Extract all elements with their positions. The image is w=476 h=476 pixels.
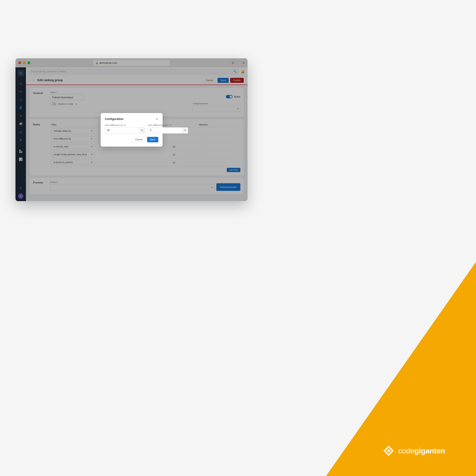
- modal-save-button[interactable]: Save: [147, 137, 158, 142]
- price-up-input-row: %: [105, 127, 145, 134]
- price-up-unit: %: [139, 127, 145, 134]
- price-up-input[interactable]: [105, 127, 139, 134]
- main-content: Find products, customers, orders... 🔍 🔔 …: [26, 67, 248, 201]
- configuration-modal: Configuration ✕ Price difference up * ℹ …: [101, 113, 163, 147]
- branding: codegiganten: [382, 444, 445, 457]
- brand-name: codegiganten: [398, 446, 445, 455]
- price-down-input-row: %: [148, 127, 188, 134]
- modal-overlay: Configuration ✕ Price difference up * ℹ …: [26, 67, 248, 201]
- price-down-unit: %: [182, 127, 188, 134]
- brand-logo-icon: [382, 444, 395, 457]
- price-down-info-icon: ℹ: [171, 124, 171, 126]
- background-decoration: [262, 262, 476, 476]
- price-up-field: Price difference up * ℹ %: [105, 124, 145, 134]
- modal-title: Configuration: [105, 117, 124, 121]
- modal-body: Price difference up * ℹ % Price differen…: [105, 124, 158, 134]
- price-up-info-icon: ℹ: [125, 124, 125, 126]
- modal-close-button[interactable]: ✕: [155, 117, 158, 121]
- modal-footer: Cancel Save: [105, 137, 158, 142]
- browser-window: 🔒 demoshop.com ↻ ≡ G ◎ ▭ ◻ 👤 ≡ 📢 ◎ ⚙ 🏪 📊…: [16, 58, 248, 201]
- price-down-input[interactable]: [148, 127, 182, 134]
- app-layout: G ◎ ▭ ◻ 👤 ≡ 📢 ◎ ⚙ 🏪 📊 ℹ A Find products,…: [16, 67, 248, 201]
- price-down-label: Price difference down * ℹ: [148, 124, 188, 126]
- price-up-label: Price difference up * ℹ: [105, 124, 145, 126]
- modal-header: Configuration ✕: [105, 117, 158, 121]
- price-down-field: Price difference down * ℹ %: [148, 124, 188, 134]
- modal-cancel-button[interactable]: Cancel: [132, 137, 146, 142]
